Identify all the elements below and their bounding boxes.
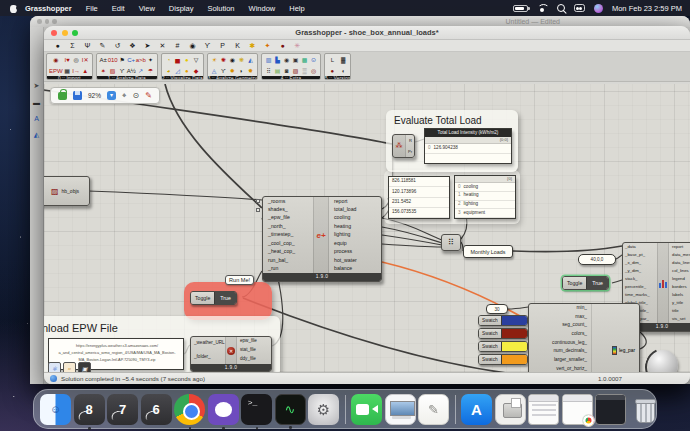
normalize-component[interactable]: ⁂ RPr xyxy=(392,134,415,158)
download-weather-component[interactable]: _weather_URL_folder_ ✕ epw_filestat_file… xyxy=(190,336,272,372)
component-tab[interactable]: ➤ xyxy=(142,42,153,49)
component-tab[interactable]: ϒ xyxy=(202,42,213,49)
dock-notes-icon[interactable]: ✎ xyxy=(418,394,449,425)
component-tab[interactable]: ◉ xyxy=(187,42,198,49)
rhino-text-tool-icon[interactable]: A xyxy=(34,115,39,122)
menubar-item[interactable]: Solution xyxy=(200,4,241,13)
canvas-compass-widget[interactable] xyxy=(648,350,678,372)
monthly-loads-panel[interactable]: Monthly Loads xyxy=(463,245,513,258)
input-port[interactable]: vert_or_horiz_ xyxy=(529,367,591,372)
save-icon[interactable] xyxy=(73,91,82,100)
script-icon[interactable]: » xyxy=(63,362,76,372)
toolbar-component-icon[interactable]: A± xyxy=(99,57,108,63)
input-port[interactable]: continuous_leg_ xyxy=(529,341,591,346)
component-tab[interactable]: ↺ xyxy=(112,42,123,49)
output-port[interactable]: Pr xyxy=(406,150,414,154)
output-port[interactable]: labels xyxy=(669,293,690,297)
menubar-item[interactable]: Help xyxy=(282,4,311,13)
toolbar-component-icon[interactable]: ▣ xyxy=(291,57,300,63)
dock-terminal-icon[interactable]: >_ xyxy=(241,394,272,425)
run-toggle[interactable]: Toggle True xyxy=(190,291,237,305)
toolbar-component-icon[interactable]: ◙ xyxy=(282,68,291,74)
dock-rhino7-icon[interactable]: 7 xyxy=(107,394,138,425)
toolbar-component-icon[interactable]: ϒ xyxy=(118,68,127,74)
component-tab[interactable]: # xyxy=(172,42,183,49)
toolbar-component-icon[interactable]: ❋ xyxy=(237,57,246,63)
input-port[interactable]: percentile_ xyxy=(623,285,657,289)
toolbar-component-icon[interactable]: ▙ xyxy=(273,57,282,63)
toolbar-component-icon[interactable]: ◉ xyxy=(282,57,291,63)
load-names-panel[interactable]: {0} 0cooling 1heating 2lighting 3equipme… xyxy=(454,175,516,219)
grasshopper-canvas[interactable]: 92% ▾ ⌖ ⊙ ✎ ▨ hb_objs Evaluate Total Loa… xyxy=(44,84,690,372)
toolbar-component-icon[interactable]: ◖ xyxy=(339,68,348,74)
menubar-item[interactable]: Display xyxy=(162,4,201,13)
toolbar-component-icon[interactable]: ✸ xyxy=(246,68,255,74)
input-port[interactable]: _y_dim_ xyxy=(623,269,657,273)
input-port[interactable]: seg_count_ xyxy=(529,323,591,328)
menubar-item[interactable]: Edit xyxy=(105,4,132,13)
input-port[interactable]: larger_smaller_ xyxy=(529,358,591,363)
menubar-item[interactable]: File xyxy=(79,4,105,13)
toolbar-component-icon[interactable]: ▩ xyxy=(300,57,309,63)
toolbar-component-icon[interactable]: I→ xyxy=(72,68,81,74)
output-port[interactable]: cooling xyxy=(329,215,381,220)
dock-appstore-icon[interactable]: A xyxy=(461,394,492,425)
dock-system-settings-icon[interactable]: ⚙ xyxy=(308,394,339,425)
input-port[interactable]: stack_ xyxy=(623,277,657,281)
total-load-intensity-panel[interactable]: Total Load Intensity (kWh/m2) {0;0} 0126… xyxy=(424,128,512,164)
output-port[interactable]: title xyxy=(669,309,690,313)
input-port[interactable]: _folder_ xyxy=(191,355,225,360)
toolbar-component-icon[interactable]: ◬ xyxy=(210,68,219,74)
dock-rhino8-icon[interactable]: 8 xyxy=(74,394,105,425)
color-swatch-component[interactable]: Swatch xyxy=(478,354,528,365)
toolbar-component-icon[interactable]: ⚑ xyxy=(118,57,127,63)
toolbar-component-icon[interactable]: ⊙ xyxy=(309,57,318,63)
dock-trash-icon[interactable] xyxy=(629,394,660,425)
toolbar-component-icon[interactable]: ▅ xyxy=(173,57,182,63)
toolbar-component-icon[interactable]: ◎ xyxy=(309,68,318,74)
toolbar-component-icon[interactable]: ▲ xyxy=(81,68,90,74)
dock-rhino6-icon[interactable]: 6 xyxy=(141,394,172,425)
input-port[interactable]: _run xyxy=(263,266,313,271)
python-icon[interactable]: ⚛ xyxy=(48,362,61,372)
output-port[interactable]: hot_water xyxy=(329,258,381,263)
dock-finder-icon[interactable]: ☺ xyxy=(40,394,71,425)
toolbar-component-icon[interactable]: ⠿ xyxy=(264,68,273,74)
menubar-item[interactable]: Window xyxy=(242,4,283,13)
output-port[interactable]: borders xyxy=(669,285,690,289)
output-port[interactable]: epw_file xyxy=(237,339,271,344)
toolbar-component-icon[interactable]: ▦ xyxy=(63,68,72,74)
component-tab[interactable]: ● xyxy=(52,42,63,49)
input-port[interactable]: _north_ xyxy=(263,224,313,229)
toolbar-component-icon[interactable]: ϒ xyxy=(219,68,228,74)
dock-preview-icon[interactable] xyxy=(385,394,416,425)
rhino-surface-tool-icon[interactable]: ◭ xyxy=(34,131,39,139)
swatch-color[interactable] xyxy=(501,342,527,351)
toolbar-component-icon[interactable]: ▤ xyxy=(273,68,282,74)
component-tab[interactable]: ❖ xyxy=(127,42,138,49)
merge-hub-component[interactable]: ⠿ xyxy=(441,234,461,251)
menubar-clock[interactable]: Mon Feb 23 2:59 PM xyxy=(612,4,682,13)
output-port[interactable]: balance xyxy=(329,266,381,271)
wifi-icon[interactable] xyxy=(537,4,548,13)
dock-separator[interactable] xyxy=(345,395,346,424)
dock-minimized-window-icon[interactable] xyxy=(528,394,559,425)
focus-icon[interactable]: ⌖ xyxy=(122,92,127,100)
output-port[interactable]: total_load xyxy=(329,207,381,212)
toolbar-component-icon[interactable]: ◆ xyxy=(192,68,201,74)
toolbar-component-icon[interactable]: ◿ xyxy=(173,68,182,74)
component-tab[interactable]: ✦ xyxy=(262,42,273,49)
component-tab[interactable]: ✳ xyxy=(292,42,303,49)
toolbar-component-icon[interactable]: ☀ xyxy=(210,57,219,63)
component-tab[interactable]: P xyxy=(217,42,228,49)
input-port[interactable]: max_ xyxy=(529,315,591,320)
eye-icon[interactable]: ⊙ xyxy=(133,92,140,100)
toolbar-component-icon[interactable]: ▒ xyxy=(300,68,309,74)
toolbar-component-icon[interactable]: ✦ xyxy=(146,57,155,63)
search-icon[interactable] xyxy=(557,4,565,12)
toolbar-component-icon[interactable]: ▨ xyxy=(291,68,300,74)
menubar-item[interactable]: View xyxy=(132,4,162,13)
apple-menu-icon[interactable] xyxy=(9,4,18,13)
hb-annual-loads-component[interactable]: _roomsshades__epw_file_north__timestep__… xyxy=(262,196,382,282)
toolbar-component-icon[interactable]: ☂ xyxy=(146,68,155,74)
